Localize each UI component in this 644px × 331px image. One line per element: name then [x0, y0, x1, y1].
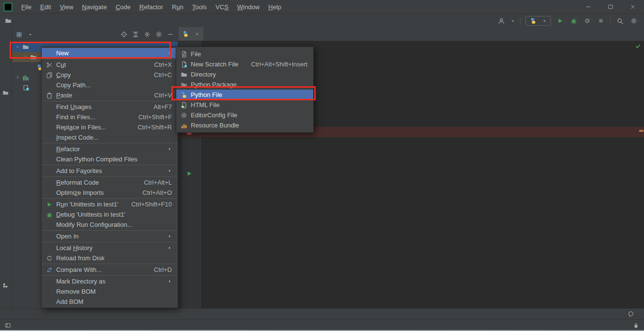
panel-settings-icon[interactable] [155, 31, 162, 38]
menu-navigate[interactable]: Navigate [77, 1, 111, 13]
python-icon [530, 17, 537, 24]
run-button[interactable] [556, 17, 565, 24]
menu-file[interactable]: File [17, 1, 36, 13]
maximize-button[interactable] [599, 0, 622, 14]
error-stripe-mark [639, 130, 644, 132]
inspections-ok-icon[interactable] [635, 43, 641, 49]
new-submenu-item-html-file[interactable]: HTML File [176, 100, 313, 110]
new-submenu-item-file[interactable]: File [176, 49, 313, 59]
locate-file-icon[interactable] [121, 31, 127, 38]
run-configuration-select[interactable] [525, 16, 551, 26]
menu-help[interactable]: Help [264, 1, 286, 13]
chevron-right-icon[interactable] [15, 75, 20, 80]
folder-icon [22, 44, 29, 50]
context-menu-item-reload-from-disk[interactable]: Reload from Disk [42, 253, 178, 263]
context-menu-item-remove-bom[interactable]: Remove BOM [42, 286, 178, 297]
stop-button[interactable] [597, 17, 605, 24]
context-menu-item-copy-path[interactable]: Copy Path... [42, 80, 178, 90]
compare-icon [45, 267, 54, 273]
context-menu-item-open-in[interactable]: Open In [42, 231, 178, 241]
context-menu-item-local-history[interactable]: Local History [42, 243, 178, 253]
menu-window[interactable]: Window [233, 1, 264, 13]
context-menu-item-paste[interactable]: PasteCtrl+V [42, 90, 178, 100]
close-tab-icon[interactable] [195, 32, 199, 36]
context-menu-item-new[interactable]: New [42, 48, 178, 58]
minimize-button[interactable] [577, 0, 599, 14]
context-menu-item-cut[interactable]: CutCtrl+X [42, 60, 178, 70]
new-submenu-item-directory[interactable]: Directory [176, 69, 313, 79]
new-submenu-item-resource-bundle[interactable]: Resource Bundle [176, 120, 313, 130]
run-coverage-button[interactable] [583, 17, 592, 24]
context-menu-item-debug-unittests-in-test1[interactable]: Debug 'Unittests in test1' [42, 209, 178, 220]
menu-separator [42, 264, 178, 264]
menu-item-label: Local History [56, 244, 92, 252]
lock-icon[interactable] [633, 322, 639, 329]
context-menu-item-copy[interactable]: CopyCtrl+C [42, 70, 178, 80]
menu-separator [42, 242, 178, 242]
menu-item-label: Copy Path... [56, 81, 91, 89]
hide-panel-icon[interactable] [167, 31, 174, 38]
menu-item-shortcut: Ctrl+V [144, 92, 172, 99]
context-menu-item-compare-with[interactable]: Compare With...Ctrl+D [42, 265, 178, 275]
settings-button[interactable] [629, 17, 638, 24]
expand-all-icon[interactable] [132, 31, 139, 38]
submenu-arrow-icon [157, 51, 172, 55]
new-submenu-item-python-file[interactable]: Python File [176, 90, 313, 100]
context-menu-item-reformat-code[interactable]: Reformat CodeCtrl+Alt+L [42, 177, 178, 188]
pycharm-logo-icon [4, 3, 12, 11]
menu-separator [42, 143, 178, 143]
run-toolbar [497, 16, 638, 26]
context-menu-item-modify-run-configuration[interactable]: Modify Run Configuration... [42, 220, 178, 230]
context-menu-item-add-bom[interactable]: Add BOM [42, 297, 178, 307]
search-everywhere-button[interactable] [615, 17, 625, 25]
menu-edit[interactable]: Edit [36, 1, 55, 13]
menu-item-shortcut: Ctrl+Shift+F [128, 113, 172, 121]
menu-separator [42, 59, 178, 59]
event-log-button[interactable] [628, 311, 637, 317]
scratches-icon [23, 84, 30, 91]
python-file-icon [182, 31, 189, 37]
menu-item-label: HTML File [191, 101, 219, 109]
new-submenu-item-editorconfig-file[interactable]: EditorConfig File [176, 110, 313, 120]
new-submenu: FileNew Scratch FileCtrl+Alt+Shift+Inser… [176, 47, 314, 133]
title-bar: FileEditViewNavigateCodeRefactorRunTools… [0, 0, 644, 14]
menu-vcs[interactable]: VCS [211, 1, 233, 13]
file-icon [180, 51, 188, 58]
folder-icon [30, 54, 37, 61]
context-menu-item-find-usages[interactable]: Find UsagesAlt+F7 [42, 102, 178, 112]
menu-view[interactable]: View [55, 1, 77, 13]
context-menu-item-clean-python-compiled-files[interactable]: Clean Python Compiled Files [42, 154, 178, 164]
close-button[interactable] [622, 0, 644, 14]
context-menu-item-mark-directory-as[interactable]: Mark Directory as [42, 276, 178, 286]
submenu-arrow-icon [157, 279, 172, 284]
user-icon[interactable] [497, 17, 506, 25]
submenu-arrow-icon [157, 169, 172, 173]
new-submenu-item-python-package[interactable]: Python Package [176, 79, 313, 90]
chevron-down-icon [511, 19, 515, 23]
context-menu-item-run-unittests-in-test1[interactable]: Run 'Unittests in test1'Ctrl+Shift+F10 [42, 199, 178, 209]
tab-main-py[interactable] [178, 27, 203, 41]
menu-run[interactable]: Run [168, 1, 188, 13]
menu-separator [42, 230, 178, 231]
run-gutter-icon[interactable] [186, 170, 193, 177]
context-menu-item-inspect-code[interactable]: Inspect Code... [42, 132, 178, 142]
menu-code[interactable]: Code [111, 1, 135, 13]
toolbar-separator [610, 17, 611, 25]
chevron-down-icon[interactable] [15, 44, 20, 49]
menu-tools[interactable]: Tools [188, 1, 211, 13]
breadcrumb[interactable] [5, 17, 15, 24]
new-submenu-item-new-scratch-file[interactable]: New Scratch FileCtrl+Alt+Shift+Insert [176, 59, 313, 69]
package-icon [180, 81, 188, 88]
context-menu-item-add-to-favorites[interactable]: Add to Favorites [42, 166, 178, 176]
context-menu-item-replace-in-files[interactable]: Replace in Files...Ctrl+Shift+R [42, 122, 178, 132]
context-menu-item-find-in-files[interactable]: Find in Files...Ctrl+Shift+F [42, 112, 178, 122]
layout-icon[interactable] [5, 322, 11, 329]
collapse-all-icon[interactable] [144, 31, 151, 38]
menu-refactor[interactable]: Refactor [135, 1, 168, 13]
chevron-right-icon[interactable] [23, 54, 28, 60]
menu-item-label: Remove BOM [56, 288, 96, 295]
context-menu-item-optimize-imports[interactable]: Optimize ImportsCtrl+Alt+O [42, 188, 178, 198]
context-menu-item-refactor[interactable]: Refactor [42, 144, 178, 154]
debug-button[interactable] [569, 17, 578, 24]
submenu-arrow-icon [157, 246, 172, 250]
